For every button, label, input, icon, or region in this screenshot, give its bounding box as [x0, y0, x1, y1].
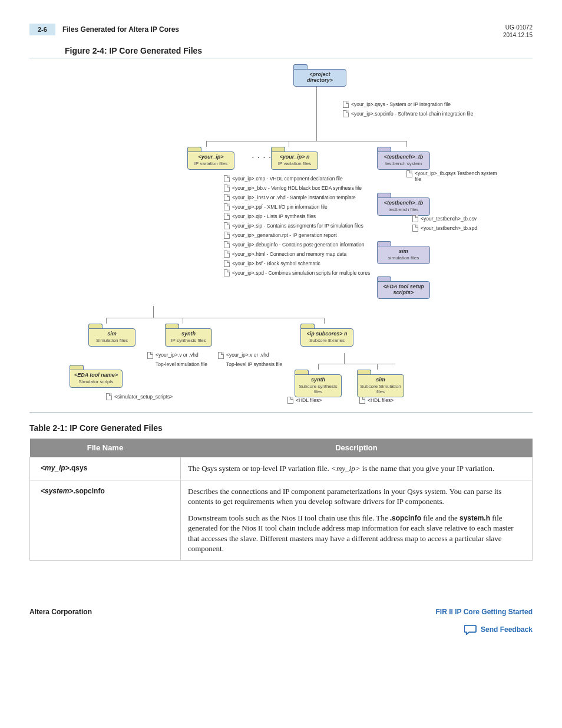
file-qsys: <your_ip>.qsys - System or IP integratio…: [351, 101, 451, 107]
file-sopcinfo: <your_ip>.sopcinfo - Software tool-chain…: [351, 111, 473, 117]
folder-sim-sub: sim: [360, 377, 401, 383]
table-header-filename: File Name: [30, 439, 181, 457]
figure-title: Figure 2-4: IP Core Generated Files: [65, 46, 533, 55]
table-cell-desc: Describes the connections and IP compone…: [180, 480, 532, 560]
file-inst: <your_ip>_inst.v or .vhd - Sample instan…: [232, 195, 356, 200]
folder-testbench-tb: <testbench>_tb: [380, 154, 427, 160]
doc-id: UG-01072: [503, 24, 533, 31]
folder-sim: sim: [91, 331, 133, 337]
generated-files-table: File Name Description <my_ip>.qsys The Q…: [29, 439, 533, 561]
file-tb-spd: <your_testbench>_tb.spd: [421, 225, 477, 231]
ellipsis-dots: . . . .: [252, 153, 272, 159]
folder-synth: synth: [168, 331, 209, 337]
file-genrpt: <your_ip>_generation.rpt - IP generation…: [232, 232, 337, 238]
folder-sim-purple: sim: [380, 249, 427, 255]
file-hdl1: <HDL files>: [296, 397, 322, 403]
file-cmp: <your_ip>.cmp - VHDL component declarati…: [232, 176, 343, 182]
table-row: <my_ip>.qsys The Qsys system or top-leve…: [30, 457, 533, 480]
table-header-description: Description: [180, 439, 532, 457]
file-ppf: <your_ip>.ppf - XML I/O pin information …: [232, 204, 328, 210]
folder-your-ip: <your_ip>: [190, 154, 232, 160]
table-row: <system>.sopcinfo Describes the connecti…: [30, 480, 533, 560]
doc-date: 2014.12.15: [503, 31, 533, 39]
folder-synth-sub: synth: [297, 377, 339, 383]
folder-testbench-tb2: <testbench>_tb: [380, 200, 427, 206]
send-feedback-link[interactable]: Send Feedback: [436, 624, 533, 635]
footer-doc-link[interactable]: FIR II IP Core Getting Started: [436, 608, 533, 616]
speech-bubble-icon: [464, 624, 477, 635]
file-spd: <your_ip>.spd - Combines simulation scri…: [232, 270, 370, 276]
file-sip: <your_ip>.sip - Contains assingments for…: [232, 223, 363, 229]
page-footer: Altera Corporation FIR II IP Core Gettin…: [29, 608, 533, 635]
file-bsf: <your_ip>.bsf - Block symbol schematic: [232, 261, 320, 266]
file-tb-qsys: <your_ip>_tb.qsys Testbench system file: [415, 170, 501, 182]
folder-eda-tool: <EDA tool name>: [72, 373, 120, 378]
file-debuginfo: <your_ip>.debuginfo - Contains post-gene…: [232, 242, 364, 248]
file-sim-vhd: <your_ip>.v or .vhd: [156, 352, 199, 359]
file-qip: <your_ip>.qip - Lists IP synthesis files: [232, 213, 316, 219]
folder-eda-scripts: <EDA tool setup scripts>: [380, 284, 427, 296]
file-bbv: <your_ip>_bb.v - Verilog HDL black box E…: [232, 185, 362, 191]
folder-project-dir: <project directory>: [296, 72, 343, 84]
folder-your-ip-n: <your_ip> n: [274, 154, 315, 160]
footer-company: Altera Corporation: [29, 608, 92, 616]
file-html: <your_ip>.html - Connection and memory m…: [232, 251, 346, 257]
table-cell-desc: The Qsys system or top-level IP variatio…: [180, 457, 532, 480]
file-tb-csv: <your_testbench>_tb.csv: [421, 216, 477, 222]
header-section-title: Files Generated for Altera IP Cores: [62, 25, 179, 34]
file-hdl2: <HDL files>: [368, 397, 394, 403]
page-number: 2-6: [29, 24, 55, 35]
page-header: 2-6 Files Generated for Altera IP Cores …: [29, 24, 533, 39]
table-title: Table 2-1: IP Core Generated Files: [29, 423, 533, 433]
file-synth-vhd: <your_ip>.v or .vhd: [226, 352, 269, 359]
figure-diagram: <project directory> <your_ip>.qsys - Sys…: [29, 58, 533, 413]
folder-ip-subcores: <ip subcores> n: [303, 331, 351, 337]
file-sim-scripts: <simulator_setup_scripts>: [114, 394, 173, 400]
